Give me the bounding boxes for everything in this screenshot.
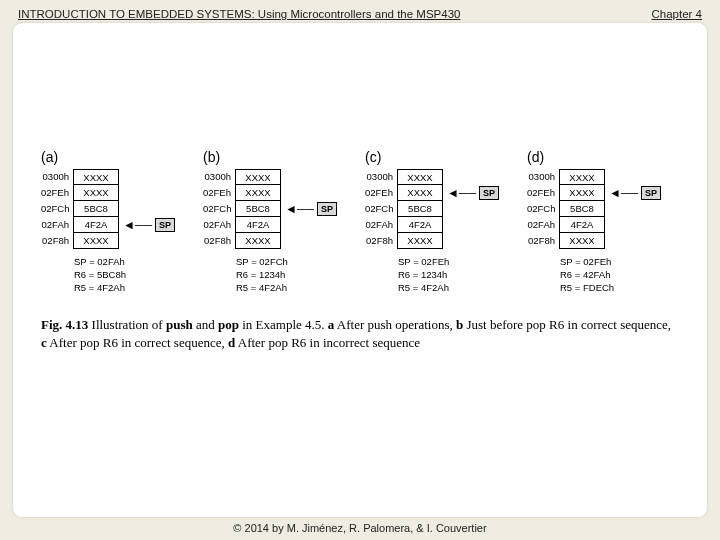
stack-panel: (d)0300hXXXX02FEhXXXX◄──SP02FCh5BC802FAh… — [527, 153, 679, 294]
memory-address: 0300h — [41, 169, 73, 185]
memory-address: 02F8h — [203, 233, 235, 249]
sp-label: SP — [641, 186, 661, 200]
memory-row: 0300hXXXX — [203, 169, 355, 185]
memory-stack: 0300hXXXX02FEhXXXX02FCh5BC8◄──SP02FAh4F2… — [203, 169, 355, 249]
memory-cell: XXXX — [73, 233, 119, 249]
memory-address: 02FCh — [41, 201, 73, 217]
arrow-left-icon: ◄── — [609, 187, 638, 199]
memory-row: 02FCh5BC8 — [527, 201, 679, 217]
memory-row: 0300hXXXX — [41, 169, 193, 185]
register-value: SP = 02FCh — [236, 255, 355, 268]
register-value: SP = 02FEh — [398, 255, 517, 268]
stack-panel: (b)0300hXXXX02FEhXXXX02FCh5BC8◄──SP02FAh… — [203, 153, 355, 294]
memory-cell: 4F2A — [397, 217, 443, 233]
cap-text: Illustration of — [88, 317, 166, 332]
memory-address: 02FAh — [203, 217, 235, 233]
register-value: R5 = FDECh — [560, 281, 679, 294]
memory-cell: 5BC8 — [397, 201, 443, 217]
memory-stack: 0300hXXXX02FEhXXXX◄──SP02FCh5BC802FAh4F2… — [365, 169, 517, 249]
chapter-label: Chapter 4 — [651, 8, 702, 20]
cap-bold: push — [166, 317, 193, 332]
memory-cell: XXXX — [73, 169, 119, 185]
memory-cell: XXXX — [73, 185, 119, 201]
stack-panel: (c)0300hXXXX02FEhXXXX◄──SP02FCh5BC802FAh… — [365, 153, 517, 294]
memory-cell: 5BC8 — [235, 201, 281, 217]
memory-cell: 5BC8 — [559, 201, 605, 217]
memory-cell: XXXX — [235, 233, 281, 249]
panel-label: (d) — [527, 149, 544, 165]
memory-row: 02F8hXXXX — [527, 233, 679, 249]
cap-text: After push operations, — [334, 317, 456, 332]
page-footer: © 2014 by M. Jiménez, R. Palomera, & I. … — [0, 522, 720, 534]
panel-label: (a) — [41, 149, 58, 165]
memory-cell: XXXX — [397, 169, 443, 185]
figure-caption: Fig. 4.13 Illustration of push and pop i… — [41, 316, 679, 351]
memory-row: 02FAh4F2A — [365, 217, 517, 233]
memory-address: 0300h — [203, 169, 235, 185]
memory-cell: XXXX — [235, 169, 281, 185]
memory-row: 02FAh4F2A — [203, 217, 355, 233]
figure-413: (a)0300hXXXX02FEhXXXX02FCh5BC802FAh4F2A◄… — [41, 153, 679, 351]
register-list: SP = 02FAhR6 = 5BC8hR5 = 4F2Ah — [74, 255, 193, 294]
book-title: INTRODUCTION TO EMBEDDED SYSTEMS: Using … — [18, 8, 460, 20]
memory-row: 02FAh4F2A — [527, 217, 679, 233]
cap-text: and — [193, 317, 218, 332]
memory-row: 02FEhXXXX◄──SP — [527, 185, 679, 201]
memory-address: 02FCh — [527, 201, 559, 217]
memory-address: 02F8h — [365, 233, 397, 249]
register-value: R5 = 4F2Ah — [398, 281, 517, 294]
register-value: SP = 02FEh — [560, 255, 679, 268]
arrow-left-icon: ◄── — [285, 203, 314, 215]
cap-text: After pop R6 in incorrect sequence — [235, 335, 420, 350]
sp-pointer: ◄──SP — [123, 217, 175, 233]
page-card: (a)0300hXXXX02FEhXXXX02FCh5BC802FAh4F2A◄… — [12, 22, 708, 518]
sp-label: SP — [317, 202, 337, 216]
sp-pointer: ◄──SP — [447, 185, 499, 201]
memory-address: 02FAh — [41, 217, 73, 233]
arrow-left-icon: ◄── — [447, 187, 476, 199]
memory-row: 02F8hXXXX — [203, 233, 355, 249]
register-value: R6 = 42FAh — [560, 268, 679, 281]
figure-number: Fig. 4.13 — [41, 317, 88, 332]
register-list: SP = 02FEhR6 = 42FAhR5 = FDECh — [560, 255, 679, 294]
memory-cell: 4F2A — [235, 217, 281, 233]
memory-address: 02FAh — [365, 217, 397, 233]
memory-address: 02FAh — [527, 217, 559, 233]
memory-address: 02F8h — [41, 233, 73, 249]
memory-row: 02FEhXXXX — [41, 185, 193, 201]
register-list: SP = 02FChR6 = 1234hR5 = 4F2Ah — [236, 255, 355, 294]
stack-panel: (a)0300hXXXX02FEhXXXX02FCh5BC802FAh4F2A◄… — [41, 153, 193, 294]
sp-label: SP — [155, 218, 175, 232]
panels-row: (a)0300hXXXX02FEhXXXX02FCh5BC802FAh4F2A◄… — [41, 153, 679, 294]
memory-cell: 4F2A — [559, 217, 605, 233]
memory-row: 02FCh5BC8 — [41, 201, 193, 217]
register-value: R6 = 1234h — [236, 268, 355, 281]
cap-text: in Example 4.5. — [239, 317, 328, 332]
register-value: R5 = 4F2Ah — [74, 281, 193, 294]
memory-stack: 0300hXXXX02FEhXXXX◄──SP02FCh5BC802FAh4F2… — [527, 169, 679, 249]
register-value: R5 = 4F2Ah — [236, 281, 355, 294]
arrow-left-icon: ◄── — [123, 219, 152, 231]
memory-row: 0300hXXXX — [527, 169, 679, 185]
memory-row: 02F8hXXXX — [41, 233, 193, 249]
memory-cell: XXXX — [397, 185, 443, 201]
panel-label: (c) — [365, 149, 381, 165]
memory-address: 0300h — [365, 169, 397, 185]
register-value: SP = 02FAh — [74, 255, 193, 268]
memory-row: 02F8hXXXX — [365, 233, 517, 249]
memory-address: 02FCh — [365, 201, 397, 217]
memory-row: 02FEhXXXX — [203, 185, 355, 201]
cap-text: After pop R6 in correct sequence, — [47, 335, 228, 350]
memory-cell: XXXX — [559, 169, 605, 185]
memory-address: 02FCh — [203, 201, 235, 217]
register-value: R6 = 1234h — [398, 268, 517, 281]
memory-cell: 5BC8 — [73, 201, 119, 217]
sp-label: SP — [479, 186, 499, 200]
sp-pointer: ◄──SP — [609, 185, 661, 201]
memory-cell: XXXX — [559, 233, 605, 249]
memory-row: 0300hXXXX — [365, 169, 517, 185]
memory-address: 02F8h — [527, 233, 559, 249]
memory-row: 02FCh5BC8 — [365, 201, 517, 217]
copyright-text: © 2014 by M. Jiménez, R. Palomera, & I. … — [233, 522, 486, 534]
memory-address: 0300h — [527, 169, 559, 185]
